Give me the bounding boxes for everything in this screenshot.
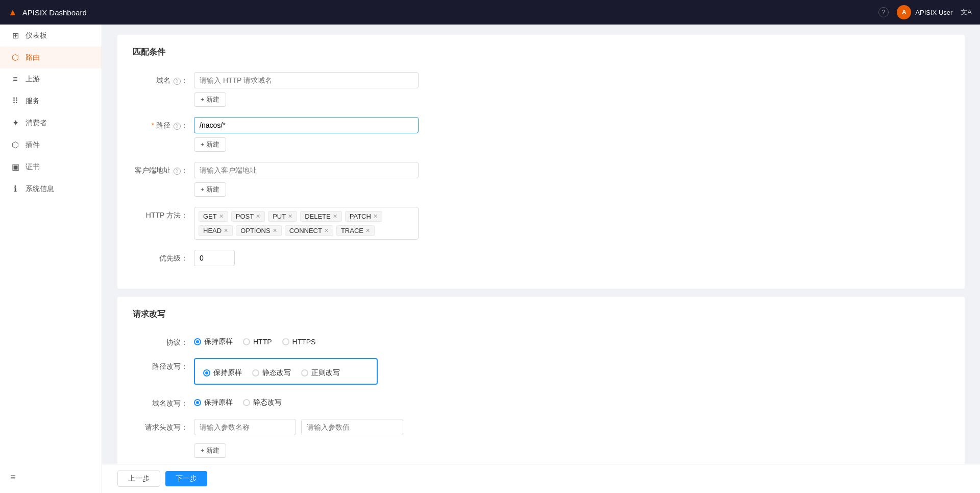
tag-trace: TRACE ✕ bbox=[336, 225, 375, 236]
tag-post-close[interactable]: ✕ bbox=[256, 213, 260, 220]
priority-input[interactable] bbox=[194, 250, 235, 266]
tag-options-close[interactable]: ✕ bbox=[273, 227, 277, 234]
protocol-http-label: HTTP bbox=[253, 338, 272, 346]
path-rewrite-keep-radio[interactable]: 保持原样 bbox=[203, 368, 242, 378]
prev-button[interactable]: 上一步 bbox=[117, 471, 160, 487]
system-icon: ℹ bbox=[10, 184, 20, 194]
domain-rewrite-radio-group: 保持原样 静态改写 bbox=[194, 395, 949, 407]
header-inputs-row bbox=[194, 419, 949, 435]
domain-input[interactable] bbox=[194, 72, 419, 88]
client-addr-input[interactable] bbox=[194, 162, 419, 178]
domain-rewrite-static-label: 静态改写 bbox=[253, 398, 282, 407]
protocol-https-radio[interactable]: HTTPS bbox=[282, 338, 316, 346]
path-rewrite-label: 路径改写： bbox=[133, 358, 194, 372]
tag-put: PUT ✕ bbox=[268, 211, 297, 222]
tag-connect-close[interactable]: ✕ bbox=[324, 227, 329, 234]
header-param-input[interactable] bbox=[194, 419, 296, 435]
request-rewrite-card: 请求改写 协议： 保持原样 HTTP HT bbox=[117, 297, 965, 480]
protocol-row: 协议： 保持原样 HTTP HTTPS bbox=[133, 334, 949, 348]
tag-trace-close[interactable]: ✕ bbox=[365, 227, 370, 234]
tag-delete: DELETE ✕ bbox=[300, 211, 342, 222]
domain-rewrite-static-circle bbox=[243, 399, 250, 406]
path-rewrite-keep-label: 保持原样 bbox=[213, 368, 242, 378]
protocol-keep-radio[interactable]: 保持原样 bbox=[194, 337, 233, 346]
path-rewrite-keep-circle bbox=[203, 369, 210, 377]
sidebar-toggle[interactable]: ≡ bbox=[10, 472, 16, 483]
domain-row: 域名 ?： + 新建 bbox=[133, 72, 949, 107]
service-icon: ⠿ bbox=[10, 96, 20, 106]
protocol-https-label: HTTPS bbox=[292, 338, 316, 346]
path-rewrite-static-label: 静态改写 bbox=[262, 368, 291, 378]
path-rewrite-static-circle bbox=[252, 369, 259, 377]
sidebar-label-consumer: 消费者 bbox=[26, 119, 47, 128]
path-rewrite-static-radio[interactable]: 静态改写 bbox=[252, 368, 291, 378]
tag-put-close[interactable]: ✕ bbox=[288, 213, 292, 220]
domain-rewrite-static-radio[interactable]: 静态改写 bbox=[243, 398, 282, 407]
sidebar-label-system: 系统信息 bbox=[26, 184, 54, 194]
path-rewrite-content: 保持原样 静态改写 正则改写 bbox=[194, 358, 949, 385]
domain-rewrite-label: 域名改写： bbox=[133, 395, 194, 409]
tag-get-close[interactable]: ✕ bbox=[219, 213, 224, 220]
header-add-button[interactable]: + 新建 bbox=[194, 443, 226, 458]
http-methods-label: HTTP 方法： bbox=[133, 207, 194, 221]
sidebar-label-upstream: 上游 bbox=[26, 75, 40, 84]
http-methods-content: GET ✕ POST ✕ PUT ✕ DELETE ✕ bbox=[194, 207, 949, 240]
path-add-button[interactable]: + 新建 bbox=[194, 137, 226, 152]
http-methods-tags: GET ✕ POST ✕ PUT ✕ DELETE ✕ bbox=[194, 207, 419, 240]
sidebar-item-system[interactable]: ℹ 系统信息 bbox=[0, 178, 102, 200]
domain-rewrite-keep-label: 保持原样 bbox=[204, 398, 233, 407]
protocol-keep-circle bbox=[194, 338, 201, 345]
path-input[interactable] bbox=[194, 117, 419, 133]
tag-post: POST ✕ bbox=[231, 211, 265, 222]
sidebar-label-service: 服务 bbox=[26, 97, 40, 106]
app-logo-icon: ▲ bbox=[8, 7, 17, 18]
tag-delete-close[interactable]: ✕ bbox=[333, 213, 337, 220]
language-switch[interactable]: 文A bbox=[961, 8, 972, 17]
priority-row: 优先级： bbox=[133, 250, 949, 266]
sidebar-item-dashboard[interactable]: ⊞ 仪表板 bbox=[0, 25, 102, 46]
sidebar-item-service[interactable]: ⠿ 服务 bbox=[0, 90, 102, 112]
sidebar-item-route[interactable]: ⬡ 路由 bbox=[0, 46, 102, 68]
app-title: APISIX Dashboard bbox=[22, 8, 87, 17]
client-addr-add-button[interactable]: + 新建 bbox=[194, 182, 226, 197]
toggle-icon: ≡ bbox=[10, 472, 16, 482]
priority-label: 优先级： bbox=[133, 250, 194, 264]
sidebar-item-certificate[interactable]: ▣ 证书 bbox=[0, 156, 102, 178]
sidebar-item-upstream[interactable]: ≡ 上游 bbox=[0, 68, 102, 90]
tag-connect: CONNECT ✕ bbox=[285, 225, 333, 236]
upstream-icon: ≡ bbox=[10, 75, 20, 84]
path-rewrite-box: 保持原样 静态改写 正则改写 bbox=[194, 358, 378, 385]
sidebar-label-route: 路由 bbox=[26, 53, 40, 62]
tag-patch-close[interactable]: ✕ bbox=[373, 213, 378, 220]
sidebar-item-plugin[interactable]: ⬡ 插件 bbox=[0, 134, 102, 156]
header-value-input[interactable] bbox=[301, 419, 403, 435]
domain-rewrite-keep-circle bbox=[194, 399, 201, 406]
path-label: * * 路径 路径 ?： bbox=[133, 117, 194, 131]
sidebar-label-certificate: 证书 bbox=[26, 162, 40, 172]
user-info: A APISIX User bbox=[897, 5, 952, 19]
protocol-keep-label: 保持原样 bbox=[204, 337, 233, 346]
sidebar-label-dashboard: 仪表板 bbox=[26, 31, 47, 40]
domain-rewrite-keep-radio[interactable]: 保持原样 bbox=[194, 398, 233, 407]
sidebar-item-consumer[interactable]: ✦ 消费者 bbox=[0, 112, 102, 134]
next-button[interactable]: 下一步 bbox=[165, 471, 207, 486]
tag-get: GET ✕ bbox=[199, 211, 228, 222]
domain-add-button[interactable]: + 新建 bbox=[194, 92, 226, 107]
tag-options: OPTIONS ✕ bbox=[236, 225, 282, 236]
protocol-http-radio[interactable]: HTTP bbox=[243, 338, 272, 346]
certificate-icon: ▣ bbox=[10, 162, 20, 172]
domain-help-icon[interactable]: ? bbox=[174, 78, 181, 85]
request-rewrite-title: 请求改写 bbox=[133, 309, 949, 324]
path-rewrite-regex-radio[interactable]: 正则改写 bbox=[301, 368, 340, 378]
protocol-https-circle bbox=[282, 338, 289, 345]
help-icon[interactable]: ? bbox=[878, 7, 889, 17]
sidebar: ⊞ 仪表板 ⬡ 路由 ≡ 上游 ⠿ 服务 ✦ 消费者 ⬡ 插件 ▣ 证书 ℹ 系… bbox=[0, 25, 102, 493]
domain-rewrite-content: 保持原样 静态改写 bbox=[194, 395, 949, 407]
domain-label: 域名 ?： bbox=[133, 72, 194, 86]
client-addr-help-icon[interactable]: ? bbox=[174, 168, 181, 175]
path-rewrite-row: 路径改写： 保持原样 静态改写 bbox=[133, 358, 949, 385]
path-help-icon[interactable]: ? bbox=[174, 123, 181, 130]
consumer-icon: ✦ bbox=[10, 118, 20, 128]
tag-head-close[interactable]: ✕ bbox=[224, 227, 228, 234]
sidebar-label-plugin: 插件 bbox=[26, 140, 40, 150]
